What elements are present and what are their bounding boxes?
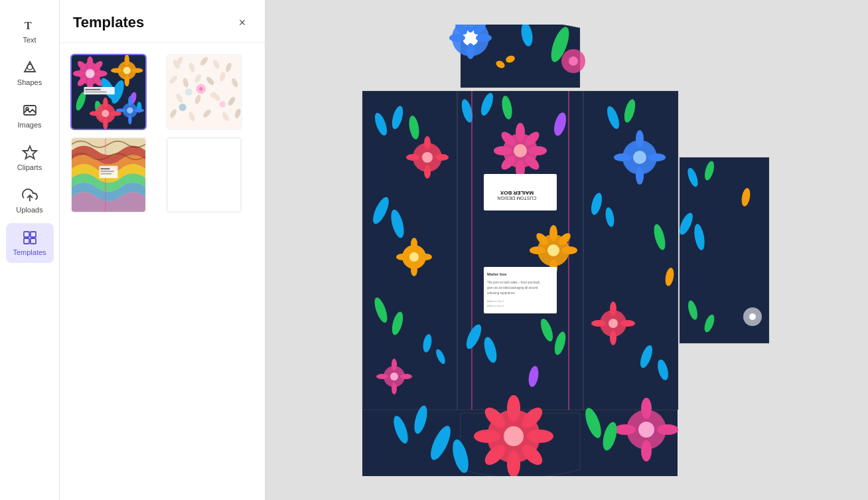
svg-point-218	[527, 430, 553, 443]
svg-text:Address line 2: Address line 2	[487, 304, 504, 307]
svg-point-190	[591, 320, 606, 327]
svg-point-112	[424, 165, 431, 179]
svg-text:unboxing experience.: unboxing experience.	[487, 292, 516, 295]
svg-point-217	[474, 430, 500, 443]
svg-point-17	[95, 70, 108, 76]
svg-rect-3	[24, 106, 36, 115]
svg-rect-42	[85, 89, 100, 90]
svg-point-2	[27, 64, 33, 70]
sidebar-item-text[interactable]: T Text	[6, 11, 54, 50]
template-pattern-light[interactable]	[166, 54, 242, 130]
svg-rect-83	[100, 173, 111, 175]
svg-text:Address line 1: Address line 1	[487, 299, 504, 303]
svg-point-179	[636, 167, 644, 185]
sidebar-label-shapes: Shapes	[17, 78, 42, 86]
svg-point-122	[396, 254, 408, 260]
panel-title: Templates	[73, 14, 144, 31]
sidebar-item-templates[interactable]: Templates	[6, 223, 54, 263]
svg-point-34	[103, 98, 108, 109]
sidebar-item-cliparts[interactable]: Cliparts	[6, 138, 54, 178]
svg-point-36	[90, 111, 101, 116]
template-thumb-pattern-light	[167, 55, 241, 129]
svg-point-120	[411, 238, 417, 250]
svg-rect-41	[84, 87, 115, 94]
svg-point-132	[376, 374, 388, 379]
svg-text:T: T	[25, 20, 32, 31]
svg-point-22	[86, 69, 94, 78]
sidebar-label-templates: Templates	[13, 248, 46, 256]
svg-point-123	[420, 254, 432, 260]
template-thumb-wavy-colorful	[72, 138, 145, 212]
templates-panel: Templates ×	[60, 0, 265, 500]
svg-point-27	[132, 68, 143, 72]
svg-point-226	[641, 398, 652, 419]
svg-rect-8	[31, 232, 36, 237]
svg-point-95	[467, 43, 474, 59]
svg-rect-7	[24, 232, 29, 237]
sidebar-label-cliparts: Cliparts	[17, 163, 42, 171]
svg-point-129	[390, 373, 398, 380]
svg-point-96	[449, 34, 465, 42]
svg-point-77	[219, 101, 225, 107]
svg-point-227	[641, 440, 652, 461]
svg-point-225	[638, 422, 654, 438]
svg-point-113	[406, 154, 419, 161]
svg-point-48	[116, 108, 126, 112]
svg-point-158	[561, 246, 577, 254]
svg-point-97	[476, 34, 492, 42]
uploads-icon	[22, 187, 38, 203]
close-button[interactable]: ×	[233, 13, 252, 32]
svg-point-63	[184, 88, 192, 96]
svg-point-180	[614, 153, 631, 161]
sidebar-label-text: Text	[23, 36, 36, 44]
svg-text:Mailer box: Mailer box	[487, 272, 507, 276]
svg-point-181	[648, 153, 666, 161]
svg-text:MAILER BOX: MAILER BOX	[500, 190, 534, 196]
svg-point-38	[102, 110, 109, 117]
svg-point-188	[610, 301, 616, 316]
svg-point-76	[179, 104, 186, 111]
svg-point-75	[199, 87, 203, 91]
svg-point-192	[609, 319, 618, 328]
template-floral-dark[interactable]	[70, 54, 147, 130]
sidebar-item-images[interactable]: Images	[6, 96, 54, 135]
svg-point-215	[507, 395, 520, 422]
panel-header: Templates ×	[60, 0, 265, 43]
svg-rect-84	[167, 138, 241, 212]
svg-point-229	[657, 424, 678, 435]
svg-point-47	[128, 115, 132, 125]
svg-point-182	[633, 151, 646, 164]
svg-point-130	[392, 359, 397, 371]
template-wavy-colorful[interactable]	[70, 137, 147, 213]
shapes-icon	[22, 60, 38, 76]
svg-point-119	[409, 252, 419, 262]
svg-point-140	[516, 123, 525, 141]
svg-point-131	[392, 382, 397, 394]
sidebar-item-uploads[interactable]: Uploads	[6, 181, 54, 220]
sidebar-item-shapes[interactable]: Shapes	[6, 53, 54, 93]
svg-point-102	[569, 56, 578, 66]
sidebar-label-uploads: Uploads	[16, 206, 42, 214]
svg-point-111	[424, 136, 431, 149]
svg-point-143	[528, 146, 547, 155]
mailer-box-svg: MAILER BOX CUSTOM DESIGN Mailer box The …	[361, 25, 772, 476]
template-blank[interactable]	[166, 137, 242, 213]
svg-point-45	[127, 108, 133, 114]
sidebar-label-images: Images	[17, 121, 41, 129]
templates-icon	[22, 230, 38, 246]
svg-point-46	[128, 96, 132, 106]
svg-point-178	[636, 130, 644, 147]
sidebar: T Text Shapes Images Cliparts Uploads	[0, 0, 60, 500]
svg-point-114	[435, 154, 449, 161]
svg-rect-43	[85, 92, 106, 93]
svg-point-49	[134, 108, 144, 112]
canvas-area: MAILER BOX CUSTOM DESIGN Mailer box The …	[265, 0, 868, 500]
svg-point-115	[422, 152, 433, 163]
svg-rect-10	[31, 238, 36, 244]
svg-rect-82	[100, 171, 113, 172]
text-icon: T	[22, 17, 38, 33]
svg-point-155	[549, 225, 557, 241]
svg-point-25	[125, 76, 129, 87]
svg-text:give you an ideal packaging al: give you an ideal packaging all around	[487, 286, 538, 290]
svg-point-121	[411, 264, 417, 276]
